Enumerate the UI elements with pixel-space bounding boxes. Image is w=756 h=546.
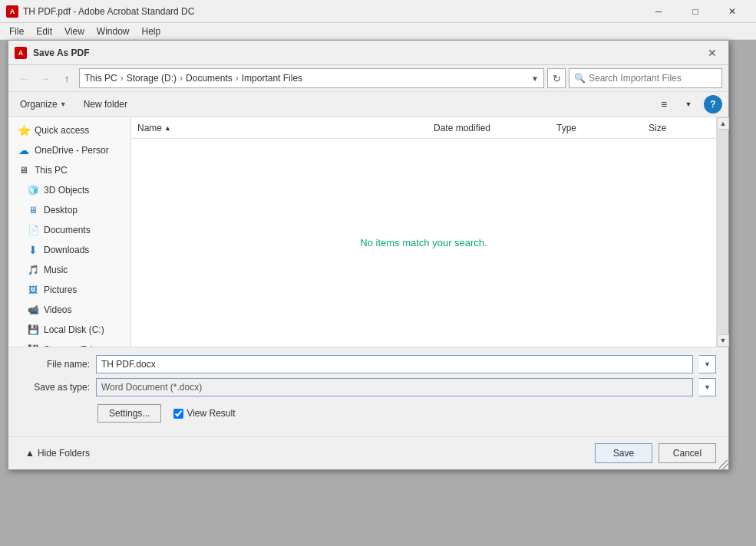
quick-access-icon: ⭐ xyxy=(18,124,30,136)
sidebar-item-local-disk-c[interactable]: 💾 Local Disk (C:) xyxy=(8,320,130,340)
search-box[interactable]: 🔍 xyxy=(569,68,722,88)
sidebar-item-quick-access[interactable]: ⭐ Quick access xyxy=(8,120,130,140)
form-area: File name: ▼ Save as type: ▼ Settings...… xyxy=(8,347,728,436)
local-disk-c-icon: 💾 xyxy=(27,324,39,336)
organize-button[interactable]: Organize ▼ xyxy=(15,96,72,113)
save-as-dialog: A Save As PDF ✕ ← → ↑ This PC › Storage … xyxy=(8,40,729,470)
onedrive-icon: ☁ xyxy=(18,144,30,156)
menu-view[interactable]: View xyxy=(58,25,91,38)
crumb-1: This PC xyxy=(84,73,117,84)
search-input[interactable] xyxy=(589,73,717,84)
this-pc-icon: 🖥 xyxy=(18,164,30,176)
sidebar-label-desktop: Desktop xyxy=(44,205,78,215)
hide-folders-label: Hide Folders xyxy=(38,448,90,459)
close-button[interactable]: ✕ xyxy=(715,0,750,23)
toolbar-row: Organize ▼ New folder ≡ ▼ ? xyxy=(8,92,728,117)
app-title: TH PDF.pdf - Adobe Acrobat Standard DC xyxy=(23,6,641,17)
help-button[interactable]: ? xyxy=(704,95,722,113)
view-dropdown-button[interactable]: ▼ xyxy=(679,95,698,113)
background: A Save As PDF ✕ ← → ↑ This PC › Storage … xyxy=(0,40,756,546)
maximize-button[interactable]: □ xyxy=(678,0,713,23)
sidebar-item-desktop[interactable]: 🖥 Desktop xyxy=(8,200,130,220)
menu-bar: File Edit View Window Help xyxy=(0,23,756,40)
hide-folders-chevron: ▲ xyxy=(25,448,35,459)
minimize-button[interactable]: ─ xyxy=(641,0,676,23)
sidebar-label-documents: Documents xyxy=(44,225,91,235)
sidebar-label-quick-access: Quick access xyxy=(35,125,89,136)
downloads-icon: ⬇ xyxy=(27,244,39,256)
refresh-button[interactable]: ↻ xyxy=(547,68,566,88)
menu-edit[interactable]: Edit xyxy=(30,25,58,38)
sidebar-item-documents[interactable]: 📄 Documents xyxy=(8,220,130,240)
file-name-dropdown-button[interactable]: ▼ xyxy=(699,355,716,373)
sidebar-section: ⭐ Quick access ☁ OneDrive - Persor 🖥 Thi… xyxy=(8,117,130,347)
sidebar-label-videos: Videos xyxy=(44,304,71,315)
music-icon: 🎵 xyxy=(27,264,39,276)
address-dropdown-icon[interactable]: ▼ xyxy=(531,74,539,83)
scrollbar-up-button[interactable]: ▲ xyxy=(717,117,729,130)
file-name-label: File name: xyxy=(21,359,90,370)
column-headers: Name ▲ Date modified Type Size xyxy=(131,117,716,139)
forward-button[interactable]: → xyxy=(36,69,54,87)
organize-label: Organize xyxy=(20,99,58,110)
action-row: ▲ Hide Folders Save Cancel xyxy=(8,436,728,469)
settings-button[interactable]: Settings... xyxy=(97,404,161,423)
content-area: Name ▲ Date modified Type Size No items … xyxy=(131,117,716,347)
col-header-size[interactable]: Size xyxy=(649,123,710,133)
scrollbar-thumb[interactable] xyxy=(717,130,728,334)
dialog-close-button[interactable]: ✕ xyxy=(702,43,722,63)
crumb-3: Documents xyxy=(186,73,233,84)
crumb-2: Storage (D:) xyxy=(127,73,177,84)
file-name-input[interactable] xyxy=(96,355,693,373)
back-button[interactable]: ← xyxy=(15,69,33,87)
scrollbar-track[interactable]: ▲ ▼ xyxy=(716,117,728,347)
storage-d-icon: 💾 xyxy=(27,344,39,347)
menu-help[interactable]: Help xyxy=(136,25,167,38)
new-folder-button[interactable]: New folder xyxy=(78,96,133,113)
scrollbar-down-button[interactable]: ▼ xyxy=(717,334,729,347)
sidebar-item-downloads[interactable]: ⬇ Downloads xyxy=(8,240,130,260)
desktop-icon: 🖥 xyxy=(27,204,39,216)
sidebar-item-videos[interactable]: 📹 Videos xyxy=(8,300,130,320)
3d-objects-icon: 🧊 xyxy=(27,184,39,196)
col-header-name[interactable]: Name ▲ xyxy=(137,123,434,133)
view-result-checkbox[interactable] xyxy=(173,409,183,419)
main-area: ⭐ Quick access ☁ OneDrive - Persor 🖥 Thi… xyxy=(8,117,728,347)
save-type-input[interactable] xyxy=(96,378,693,396)
address-box[interactable]: This PC › Storage (D:) › Documents › Imp… xyxy=(79,68,544,88)
menu-window[interactable]: Window xyxy=(91,25,136,38)
file-name-row: File name: ▼ xyxy=(21,355,716,373)
cancel-button[interactable]: Cancel xyxy=(659,443,716,463)
up-button[interactable]: ↑ xyxy=(58,69,76,87)
sidebar-label-pictures: Pictures xyxy=(44,285,77,295)
window-controls: ─ □ ✕ xyxy=(641,0,750,23)
app-icon: A xyxy=(6,5,18,18)
sidebar-label-onedrive: OneDrive - Persor xyxy=(35,145,109,156)
hide-folders-button[interactable]: ▲ Hide Folders xyxy=(21,445,94,462)
sidebar-item-storage-d[interactable]: 💾 Storage (D:) xyxy=(8,340,130,347)
sort-icon: ▲ xyxy=(164,124,171,132)
view-result-label: View Result xyxy=(187,408,235,419)
save-type-label: Save as type: xyxy=(21,382,90,393)
save-button[interactable]: Save xyxy=(595,443,652,463)
crumb-4: Important Files xyxy=(242,73,302,84)
sidebar: ⭐ Quick access ☁ OneDrive - Persor 🖥 Thi… xyxy=(8,117,131,347)
sidebar-item-this-pc[interactable]: 🖥 This PC xyxy=(8,160,130,180)
sidebar-item-music[interactable]: 🎵 Music xyxy=(8,260,130,280)
action-buttons: Save Cancel xyxy=(595,443,716,463)
menu-file[interactable]: File xyxy=(3,25,30,38)
view-result-checkbox-label[interactable]: View Result xyxy=(173,408,235,419)
col-header-type[interactable]: Type xyxy=(556,123,649,133)
new-folder-label: New folder xyxy=(84,99,127,110)
save-type-row: Save as type: ▼ xyxy=(21,378,716,396)
sidebar-item-onedrive[interactable]: ☁ OneDrive - Persor xyxy=(8,140,130,160)
resize-handle[interactable] xyxy=(719,460,728,469)
view-toggle-button[interactable]: ≡ xyxy=(655,95,673,113)
save-type-dropdown-button[interactable]: ▼ xyxy=(699,378,716,396)
sidebar-label-downloads: Downloads xyxy=(44,245,89,255)
sidebar-label-music: Music xyxy=(44,265,68,275)
col-header-date[interactable]: Date modified xyxy=(434,123,556,133)
sidebar-item-pictures[interactable]: 🖼 Pictures xyxy=(8,280,130,300)
documents-icon: 📄 xyxy=(27,224,39,236)
sidebar-item-3d-objects[interactable]: 🧊 3D Objects xyxy=(8,180,130,200)
